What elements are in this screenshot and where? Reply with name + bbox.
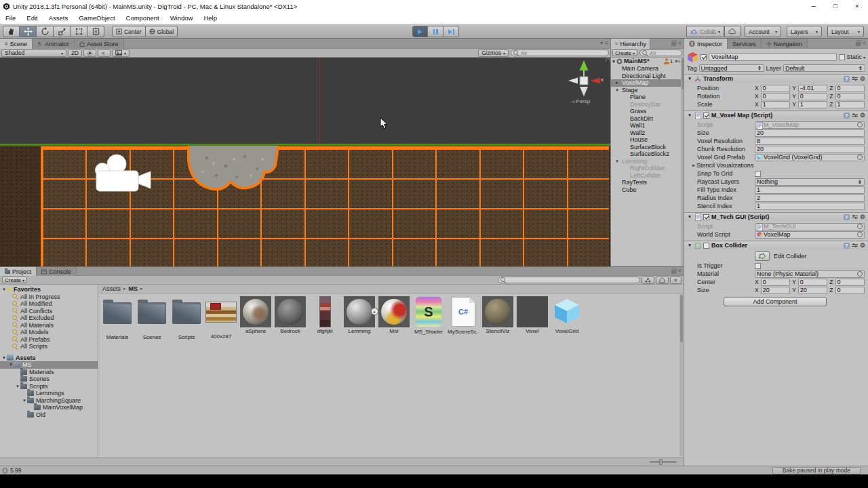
asset-scenes[interactable]: Scenes xyxy=(136,296,167,340)
favorite-all-excluded[interactable]: All Excluded xyxy=(0,314,98,322)
object-field[interactable]: VoxelMap xyxy=(755,231,865,239)
gear-icon[interactable]: ⚙ xyxy=(860,214,865,220)
menu-window[interactable]: Window xyxy=(165,14,199,22)
help-icon[interactable]: ? xyxy=(844,113,850,119)
hierarchy-item-leftcollider[interactable]: LeftCollider xyxy=(611,172,681,180)
pivot-mode-button[interactable]: Center xyxy=(112,26,146,37)
collab-button[interactable]: Collab▾ xyxy=(686,26,724,37)
foldout-arrow[interactable]: ▾ xyxy=(687,76,692,81)
foldout-arrow[interactable]: ▾ xyxy=(614,158,620,165)
favorite-all-models[interactable]: All Models xyxy=(0,329,98,336)
lighting-toggle[interactable] xyxy=(83,49,96,57)
lock-icon[interactable] xyxy=(671,270,676,274)
active-checkbox[interactable] xyxy=(701,54,707,60)
presets-icon[interactable] xyxy=(852,214,858,220)
component-header-m-tech-gui-script[interactable]: ▾M_Tech GUI (Script)?⚙ xyxy=(684,212,868,221)
rotate-tool-button[interactable] xyxy=(37,26,54,37)
asset-voxelgrid[interactable]: VoxelGrid xyxy=(551,296,583,334)
asset-voxel[interactable]: Voxel xyxy=(517,296,548,334)
object-picker-icon[interactable] xyxy=(857,155,863,160)
vector-field[interactable]: 0 xyxy=(835,85,865,92)
maximize-button[interactable]: □ xyxy=(825,3,846,9)
favorite-all-modified[interactable]: All Modified xyxy=(0,300,98,308)
tab-scene[interactable]: #Scene xyxy=(0,39,33,49)
component-header-m-voxel-map-script[interactable]: ▾M_Voxel Map (Script)?⚙ xyxy=(684,110,868,119)
scene-menu-icon[interactable]: ▾≡ xyxy=(675,59,681,64)
menu-file[interactable]: File xyxy=(0,14,21,22)
hierarchy-item-wall2[interactable]: Wall2 xyxy=(611,129,681,137)
hierarchy-create-button[interactable]: Create▾ xyxy=(612,49,637,56)
breadcrumb-current[interactable]: MS xyxy=(129,285,138,292)
help-icon[interactable]: ? xyxy=(844,214,850,220)
foldout-arrow[interactable]: ▾ xyxy=(8,361,14,369)
help-icon[interactable]: ? xyxy=(844,243,850,249)
effects-dropdown[interactable]: ▾ xyxy=(112,49,130,57)
scene-search-input[interactable]: All xyxy=(511,49,609,56)
audio-toggle[interactable] xyxy=(98,49,111,57)
hierarchy-item-grass[interactable]: Grass xyxy=(611,108,681,115)
foldout-arrow[interactable]: ▸ xyxy=(691,163,696,168)
favorites-root[interactable]: ▾★Favorites xyxy=(0,286,98,293)
search-by-label-button[interactable] xyxy=(656,277,669,284)
object-field[interactable]: None (Physic Material) xyxy=(755,270,865,278)
tab-services[interactable]: Services xyxy=(728,39,762,49)
account-dropdown[interactable]: Account▾ xyxy=(745,26,781,37)
property-checkbox[interactable] xyxy=(755,171,761,177)
hierarchy-item-main-camera[interactable]: Main Camera xyxy=(611,65,681,73)
asset-scripts[interactable]: Scripts xyxy=(171,296,202,340)
hierarchy-item-raytests[interactable]: RayTests xyxy=(611,179,681,186)
scene-header-row[interactable]: ▾ MainMS* 1 ▾≡ xyxy=(611,58,681,65)
object-field[interactable]: VoxelGrid (VoxelGrid) xyxy=(755,154,865,161)
step-button[interactable] xyxy=(443,26,459,37)
panel-menu-icon[interactable]: ≡ xyxy=(678,268,682,274)
asset-moi[interactable]: Moi xyxy=(378,296,410,334)
asset-grid-scrollbar[interactable] xyxy=(679,294,683,456)
camera-gizmo-icon[interactable] xyxy=(94,152,156,197)
search-by-type-button[interactable] xyxy=(642,277,654,284)
perspective-label[interactable]: ◅ Persp xyxy=(571,98,590,104)
vector-field[interactable]: 0 xyxy=(835,287,865,294)
vector-field[interactable]: 1 xyxy=(835,101,865,108)
object-field[interactable]: M_VoxelMap xyxy=(755,121,865,129)
object-picker-icon[interactable] xyxy=(857,122,863,127)
object-picker-icon[interactable] xyxy=(857,232,863,237)
cloud-services-button[interactable] xyxy=(724,26,741,37)
folder-scenes[interactable]: Scenes xyxy=(0,375,98,383)
asset-ms-shader[interactable]: SMS_Shader xyxy=(413,296,444,335)
2d-toggle[interactable]: 2D xyxy=(68,49,82,57)
tab-console[interactable]: Console xyxy=(37,267,77,276)
vector-field[interactable]: 1 xyxy=(761,101,790,108)
hierarchy-item-surfaceblock[interactable]: SurfaceBlock xyxy=(611,144,681,151)
gear-icon[interactable]: ⚙ xyxy=(860,76,865,82)
tab-navigation[interactable]: Navigation xyxy=(762,39,808,49)
hand-tool-button[interactable] xyxy=(3,26,20,37)
tab-menu-icon[interactable]: ▾ xyxy=(600,41,603,46)
foldout-arrow[interactable]: ▾ xyxy=(15,383,20,390)
vector-field[interactable]: 0 xyxy=(761,93,790,100)
text-field[interactable]: 1 xyxy=(755,203,865,210)
menu-gameobject[interactable]: GameObject xyxy=(73,14,120,22)
lock-icon[interactable] xyxy=(856,42,861,46)
foldout-arrow[interactable]: ▾ xyxy=(611,58,616,65)
preview-expand-icon[interactable]: ▸ xyxy=(371,308,378,315)
foldout-arrow[interactable]: ▾ xyxy=(687,214,692,220)
vector-field[interactable]: 20 xyxy=(761,287,790,294)
asset-myscenesc[interactable]: C#MySceneSc.. xyxy=(448,296,479,335)
gear-icon[interactable]: ⚙ xyxy=(860,113,865,119)
close-button[interactable]: × xyxy=(846,3,868,9)
vector-field[interactable]: 20 xyxy=(798,287,827,294)
gear-icon[interactable]: ⚙ xyxy=(860,243,865,249)
hierarchy-search-input[interactable]: All xyxy=(639,49,682,56)
scene-viewport[interactable]: ◅ Persp x xyxy=(0,58,610,266)
layer-dropdown[interactable]: Default xyxy=(783,64,865,72)
hierarchy-item-voxelmap[interactable]: ▸VoxelMap xyxy=(611,79,681,87)
component-enabled-checkbox[interactable] xyxy=(703,113,709,119)
folder-mainvoxelmap[interactable]: MainVoxelMap xyxy=(0,404,98,411)
draw-mode-dropdown[interactable]: Shaded▾ xyxy=(1,49,66,57)
tab-asset-store[interactable]: Asset Store xyxy=(75,39,124,49)
menu-help[interactable]: Help xyxy=(198,14,222,22)
hierarchy-item-surfaceblock2[interactable]: SurfaceBlock2 xyxy=(611,150,681,158)
vector-field[interactable]: 0 xyxy=(798,279,827,286)
asset-dfghjkl[interactable]: dfghjkl xyxy=(309,296,340,334)
scale-tool-button[interactable] xyxy=(54,26,71,37)
